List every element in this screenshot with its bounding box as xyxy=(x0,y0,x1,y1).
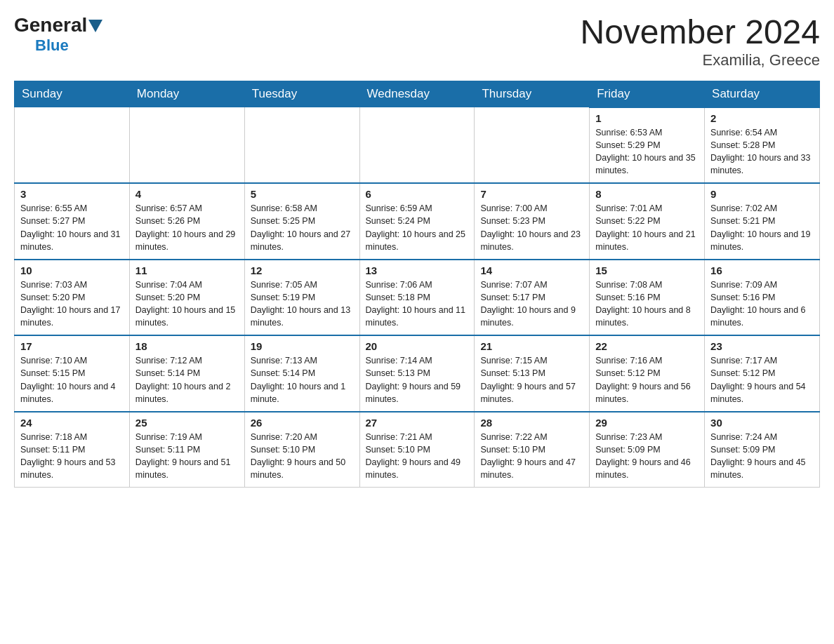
table-row: 22Sunrise: 7:16 AM Sunset: 5:12 PM Dayli… xyxy=(590,335,705,412)
col-wednesday: Wednesday xyxy=(359,81,475,107)
table-row xyxy=(359,107,475,184)
day-info: Sunrise: 7:22 AM Sunset: 5:10 PM Dayligh… xyxy=(480,431,583,482)
calendar-week-row: 3Sunrise: 6:55 AM Sunset: 5:27 PM Daylig… xyxy=(15,183,820,260)
day-info: Sunrise: 7:03 AM Sunset: 5:20 PM Dayligh… xyxy=(20,279,124,330)
day-number: 2 xyxy=(710,112,814,124)
day-number: 24 xyxy=(20,417,124,429)
day-number: 3 xyxy=(20,188,124,200)
day-info: Sunrise: 7:18 AM Sunset: 5:11 PM Dayligh… xyxy=(20,431,124,482)
day-number: 17 xyxy=(20,340,124,352)
col-friday: Friday xyxy=(590,81,705,107)
table-row: 23Sunrise: 7:17 AM Sunset: 5:12 PM Dayli… xyxy=(705,335,820,412)
table-row: 9Sunrise: 7:02 AM Sunset: 5:21 PM Daylig… xyxy=(705,183,820,260)
day-number: 5 xyxy=(251,188,354,200)
col-saturday: Saturday xyxy=(705,81,820,107)
table-row: 10Sunrise: 7:03 AM Sunset: 5:20 PM Dayli… xyxy=(15,260,130,336)
table-row: 20Sunrise: 7:14 AM Sunset: 5:13 PM Dayli… xyxy=(359,335,475,412)
day-info: Sunrise: 7:20 AM Sunset: 5:10 PM Dayligh… xyxy=(251,431,354,482)
day-info: Sunrise: 7:05 AM Sunset: 5:19 PM Dayligh… xyxy=(251,279,354,330)
calendar-week-row: 24Sunrise: 7:18 AM Sunset: 5:11 PM Dayli… xyxy=(15,412,820,488)
day-number: 16 xyxy=(710,264,814,276)
table-row: 30Sunrise: 7:24 AM Sunset: 5:09 PM Dayli… xyxy=(705,412,820,488)
table-row: 16Sunrise: 7:09 AM Sunset: 5:16 PM Dayli… xyxy=(705,260,820,336)
table-row: 27Sunrise: 7:21 AM Sunset: 5:10 PM Dayli… xyxy=(359,412,475,488)
table-row: 2Sunrise: 6:54 AM Sunset: 5:28 PM Daylig… xyxy=(705,107,820,184)
day-number: 4 xyxy=(135,188,239,200)
table-row: 19Sunrise: 7:13 AM Sunset: 5:14 PM Dayli… xyxy=(244,335,359,412)
day-info: Sunrise: 7:07 AM Sunset: 5:17 PM Dayligh… xyxy=(480,279,583,330)
day-number: 29 xyxy=(595,417,699,429)
logo-blue-text: Blue xyxy=(14,36,69,55)
day-number: 10 xyxy=(20,264,124,276)
table-row: 7Sunrise: 7:00 AM Sunset: 5:23 PM Daylig… xyxy=(475,183,590,260)
table-row: 25Sunrise: 7:19 AM Sunset: 5:11 PM Dayli… xyxy=(129,412,244,488)
table-row: 13Sunrise: 7:06 AM Sunset: 5:18 PM Dayli… xyxy=(359,260,475,336)
table-row xyxy=(244,107,359,184)
day-number: 20 xyxy=(366,340,469,352)
day-info: Sunrise: 7:12 AM Sunset: 5:14 PM Dayligh… xyxy=(135,354,239,405)
table-row: 26Sunrise: 7:20 AM Sunset: 5:10 PM Dayli… xyxy=(244,412,359,488)
table-row xyxy=(475,107,590,184)
day-number: 9 xyxy=(710,188,814,200)
calendar-week-row: 10Sunrise: 7:03 AM Sunset: 5:20 PM Dayli… xyxy=(15,260,820,336)
day-info: Sunrise: 7:13 AM Sunset: 5:14 PM Dayligh… xyxy=(251,354,354,405)
day-info: Sunrise: 6:54 AM Sunset: 5:28 PM Dayligh… xyxy=(710,126,814,177)
location-label: Examilia, Greece xyxy=(580,51,820,69)
calendar-week-row: 1Sunrise: 6:53 AM Sunset: 5:29 PM Daylig… xyxy=(15,107,820,184)
day-number: 30 xyxy=(710,417,814,429)
day-info: Sunrise: 6:55 AM Sunset: 5:27 PM Dayligh… xyxy=(20,202,124,253)
day-info: Sunrise: 7:19 AM Sunset: 5:11 PM Dayligh… xyxy=(135,431,239,482)
day-info: Sunrise: 6:58 AM Sunset: 5:25 PM Dayligh… xyxy=(251,202,354,253)
day-info: Sunrise: 6:53 AM Sunset: 5:29 PM Dayligh… xyxy=(595,126,699,177)
day-number: 23 xyxy=(710,340,814,352)
day-info: Sunrise: 7:10 AM Sunset: 5:15 PM Dayligh… xyxy=(20,354,124,405)
calendar-table: Sunday Monday Tuesday Wednesday Thursday… xyxy=(14,81,820,488)
col-sunday: Sunday xyxy=(15,81,130,107)
day-info: Sunrise: 7:15 AM Sunset: 5:13 PM Dayligh… xyxy=(480,354,583,405)
day-number: 19 xyxy=(251,340,354,352)
general-label: General xyxy=(14,14,87,36)
calendar-header-row: Sunday Monday Tuesday Wednesday Thursday… xyxy=(15,81,820,107)
day-number: 18 xyxy=(135,340,239,352)
table-row: 18Sunrise: 7:12 AM Sunset: 5:14 PM Dayli… xyxy=(129,335,244,412)
table-row: 29Sunrise: 7:23 AM Sunset: 5:09 PM Dayli… xyxy=(590,412,705,488)
day-info: Sunrise: 7:01 AM Sunset: 5:22 PM Dayligh… xyxy=(595,202,699,253)
table-row xyxy=(129,107,244,184)
day-info: Sunrise: 7:09 AM Sunset: 5:16 PM Dayligh… xyxy=(710,279,814,330)
table-row: 6Sunrise: 6:59 AM Sunset: 5:24 PM Daylig… xyxy=(359,183,475,260)
table-row: 5Sunrise: 6:58 AM Sunset: 5:25 PM Daylig… xyxy=(244,183,359,260)
day-info: Sunrise: 7:08 AM Sunset: 5:16 PM Dayligh… xyxy=(595,279,699,330)
day-number: 15 xyxy=(595,264,699,276)
table-row: 14Sunrise: 7:07 AM Sunset: 5:17 PM Dayli… xyxy=(475,260,590,336)
page-header: General Blue November 2024 Examilia, Gre… xyxy=(14,14,820,69)
blue-label: Blue xyxy=(35,36,69,54)
day-info: Sunrise: 7:24 AM Sunset: 5:09 PM Dayligh… xyxy=(710,431,814,482)
day-number: 21 xyxy=(480,340,583,352)
day-number: 7 xyxy=(480,188,583,200)
table-row: 11Sunrise: 7:04 AM Sunset: 5:20 PM Dayli… xyxy=(129,260,244,336)
table-row: 8Sunrise: 7:01 AM Sunset: 5:22 PM Daylig… xyxy=(590,183,705,260)
day-info: Sunrise: 7:00 AM Sunset: 5:23 PM Dayligh… xyxy=(480,202,583,253)
day-info: Sunrise: 6:59 AM Sunset: 5:24 PM Dayligh… xyxy=(366,202,469,253)
col-tuesday: Tuesday xyxy=(244,81,359,107)
day-number: 1 xyxy=(595,112,699,124)
day-number: 25 xyxy=(135,417,239,429)
table-row: 1Sunrise: 6:53 AM Sunset: 5:29 PM Daylig… xyxy=(590,107,705,184)
title-section: November 2024 Examilia, Greece xyxy=(580,14,820,69)
day-number: 11 xyxy=(135,264,239,276)
month-year-heading: November 2024 xyxy=(580,14,820,51)
table-row: 17Sunrise: 7:10 AM Sunset: 5:15 PM Dayli… xyxy=(15,335,130,412)
day-number: 12 xyxy=(251,264,354,276)
col-monday: Monday xyxy=(129,81,244,107)
day-number: 28 xyxy=(480,417,583,429)
day-number: 22 xyxy=(595,340,699,352)
logo: General Blue xyxy=(14,14,102,55)
day-info: Sunrise: 7:23 AM Sunset: 5:09 PM Dayligh… xyxy=(595,431,699,482)
logo-general-text: General xyxy=(14,14,102,36)
table-row xyxy=(15,107,130,184)
day-number: 27 xyxy=(366,417,469,429)
table-row: 15Sunrise: 7:08 AM Sunset: 5:16 PM Dayli… xyxy=(590,260,705,336)
day-info: Sunrise: 7:17 AM Sunset: 5:12 PM Dayligh… xyxy=(710,354,814,405)
calendar-week-row: 17Sunrise: 7:10 AM Sunset: 5:15 PM Dayli… xyxy=(15,335,820,412)
day-number: 6 xyxy=(366,188,469,200)
